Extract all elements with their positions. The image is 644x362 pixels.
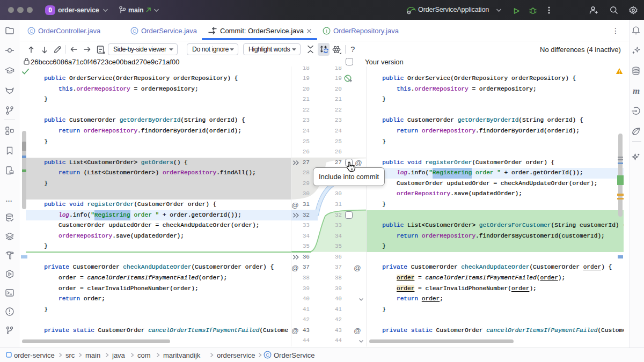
svg-text:I: I [326, 28, 327, 34]
svg-text:C: C [266, 352, 269, 358]
svg-text:C: C [30, 28, 33, 34]
svg-text:C: C [133, 28, 136, 34]
